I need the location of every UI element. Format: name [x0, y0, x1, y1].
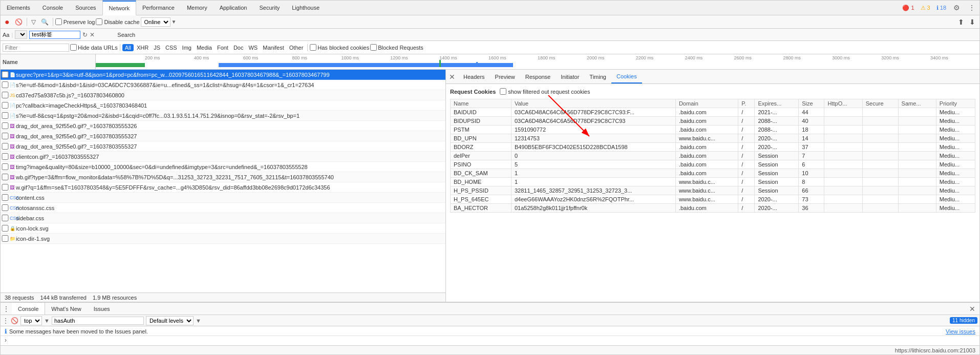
- table-row[interactable]: CSS sidebar.css: [1, 213, 445, 223]
- table-row[interactable]: 📄 s?ie=utf-8&csq=1&pstg=20&mod=2&isbd=1&…: [1, 111, 445, 121]
- cookie-row[interactable]: BA_HECTOR01a5258h2g8k011jjr1fpffnr0k.bai…: [451, 204, 975, 213]
- filter-ws[interactable]: WS: [246, 44, 260, 51]
- table-row[interactable]: 🔒 icon-lock.svg: [1, 223, 445, 234]
- detail-tab-timing[interactable]: Timing: [584, 70, 611, 83]
- row-checkbox[interactable]: [2, 102, 9, 109]
- table-row[interactable]: CSS notosanssc.css: [1, 203, 445, 213]
- col-priority[interactable]: Priority: [936, 99, 975, 108]
- table-row[interactable]: 🖼 timg?image&quality=80&size=b10000_1000…: [1, 162, 445, 172]
- search-input[interactable]: [29, 31, 80, 39]
- cookie-row[interactable]: H_PS_645ECd4eeG66WAAAYoz2HK0dnzS6R%2FQOT…: [451, 195, 975, 204]
- table-row[interactable]: 🖼 clientcon.gif?_=16037803555327: [1, 152, 445, 162]
- row-checkbox[interactable]: [2, 163, 9, 170]
- detail-tab-headers[interactable]: Headers: [458, 70, 490, 83]
- search-toggle[interactable]: 🔍: [39, 18, 51, 26]
- filter-xhr[interactable]: XHR: [135, 44, 151, 51]
- cookie-row[interactable]: PSINO5.baidu.com/Session6Mediu...: [451, 160, 975, 169]
- detail-tab-initiator[interactable]: Initiator: [556, 70, 584, 83]
- tab-application[interactable]: Application: [214, 1, 253, 15]
- cookie-row[interactable]: BAIDUID03CA6D48AC64C6A56D778DF29C8C7C93:…: [451, 108, 975, 117]
- row-checkbox[interactable]: [2, 92, 9, 98]
- blocked-requests-checkbox[interactable]: [370, 44, 377, 51]
- cookie-row[interactable]: BD_CK_SAM1.baidu.com/Session10Mediu...: [451, 169, 975, 178]
- search-clear[interactable]: ✕: [90, 31, 95, 38]
- col-domain[interactable]: Domain: [675, 99, 738, 108]
- cookie-row[interactable]: BD_HOME1www.baidu.c.../Session8Mediu...: [451, 178, 975, 186]
- more-icon[interactable]: ⋮: [964, 1, 979, 15]
- console-toolbar-dots[interactable]: ⋮: [3, 317, 9, 324]
- network-list[interactable]: 📄 sugrec?pre=1&rp=3&ie=utf-8&json=1&prod…: [1, 70, 445, 293]
- row-checkbox[interactable]: [2, 112, 9, 119]
- tab-lighthouse[interactable]: Lighthouse: [286, 1, 326, 15]
- bottom-tab-issues[interactable]: Issues: [88, 303, 116, 315]
- detail-close-button[interactable]: ✕: [446, 70, 458, 83]
- download-button[interactable]: ⬇: [967, 18, 977, 26]
- table-row[interactable]: 🖼 drag_dot_area_92f55e0.gif?_=1603780355…: [1, 131, 445, 141]
- row-checkbox[interactable]: [2, 133, 9, 139]
- table-row[interactable]: JS cd37ed75a9387c5b.js?_=16037803460800: [1, 90, 445, 100]
- row-checkbox[interactable]: [2, 81, 9, 88]
- cookie-row[interactable]: BD_UPN12314753www.baidu.c.../2020-...14M…: [451, 134, 975, 143]
- table-row[interactable]: 📄 s?ie=utf-8&mod=1&isbd=1&isid=03CA6DC7C…: [1, 80, 445, 90]
- table-row[interactable]: 🖼 drag_dot_area_92f55e0.gif?_=1603780355…: [1, 141, 445, 152]
- table-row[interactable]: 🖼 w.gif?q=1&ffm=se&T=16037803548&y=5E5FD…: [1, 182, 445, 193]
- table-row[interactable]: 🖼 wb.gif?type=3&ffm=flow_monitor&data=%5…: [1, 172, 445, 182]
- row-checkbox[interactable]: [2, 184, 9, 191]
- row-checkbox[interactable]: [2, 235, 9, 242]
- preserve-log-label[interactable]: Preserve log: [55, 18, 95, 25]
- filter-img[interactable]: Img: [180, 44, 194, 51]
- tab-console[interactable]: Console: [36, 1, 69, 15]
- col-expires[interactable]: Expires...: [755, 99, 799, 108]
- bottom-close-button[interactable]: ✕: [965, 305, 979, 313]
- upload-button[interactable]: ⬆: [956, 18, 966, 26]
- col-path[interactable]: P.: [738, 99, 755, 108]
- row-checkbox[interactable]: [2, 71, 9, 78]
- hide-data-urls-label[interactable]: Hide data URLs: [70, 44, 118, 51]
- filter-manifest[interactable]: Manifest: [261, 44, 286, 51]
- row-checkbox[interactable]: [2, 215, 9, 221]
- console-level-select[interactable]: Default levels: [146, 316, 194, 325]
- row-checkbox[interactable]: [2, 225, 9, 232]
- filter-input[interactable]: [3, 44, 69, 52]
- col-size[interactable]: Size: [799, 99, 824, 108]
- has-blocked-checkbox[interactable]: [310, 44, 316, 51]
- row-checkbox[interactable]: [2, 174, 9, 180]
- filter-media[interactable]: Media: [195, 44, 214, 51]
- cookie-row[interactable]: BDORZB490B5EBF6F3CD402E515D228BCDA1598.b…: [451, 143, 975, 152]
- console-frame-select[interactable]: top: [20, 316, 42, 325]
- tab-sources[interactable]: Sources: [69, 1, 102, 15]
- col-secure[interactable]: Secure: [862, 99, 898, 108]
- disable-cache-checkbox[interactable]: [96, 18, 102, 25]
- filter-doc[interactable]: Doc: [231, 44, 246, 51]
- detail-tab-cookies[interactable]: Cookies: [611, 70, 642, 83]
- blocked-requests-label[interactable]: Blocked Requests: [370, 44, 423, 51]
- col-name[interactable]: Name: [451, 99, 512, 108]
- col-same[interactable]: Same...: [898, 99, 936, 108]
- tab-network[interactable]: Network: [102, 1, 136, 15]
- table-row[interactable]: 📄 sugrec?pre=1&rp=3&ie=utf-8&json=1&prod…: [1, 70, 445, 80]
- filter-other[interactable]: Other: [287, 44, 306, 51]
- bottom-tab-expander[interactable]: ⋮: [1, 305, 12, 313]
- detail-tab-response[interactable]: Response: [520, 70, 556, 83]
- cookie-row[interactable]: H_PS_PSSID32811_1465_32857_32951_31253_3…: [451, 186, 975, 195]
- filter-font[interactable]: Font: [215, 44, 230, 51]
- row-checkbox[interactable]: [2, 122, 9, 129]
- bottom-tab-whats-new[interactable]: What's New: [45, 303, 87, 315]
- disable-cache-label[interactable]: Disable cache: [96, 18, 139, 25]
- row-checkbox[interactable]: [2, 194, 9, 201]
- show-filtered-checkbox[interactable]: [500, 88, 506, 95]
- filter-toggle[interactable]: ▽: [29, 18, 38, 26]
- table-row[interactable]: 📁 icon-dir-1.svg: [1, 234, 445, 244]
- view-issues-link[interactable]: View issues: [946, 328, 975, 335]
- settings-icon[interactable]: ⚙: [949, 1, 964, 15]
- table-row[interactable]: CSS content.css: [1, 193, 445, 203]
- filter-css[interactable]: CSS: [163, 44, 179, 51]
- col-httpo[interactable]: HttpO...: [824, 99, 862, 108]
- font-select[interactable]: [15, 30, 27, 39]
- console-clear-button[interactable]: 🚫: [11, 317, 18, 324]
- tab-performance[interactable]: Performance: [136, 1, 181, 15]
- col-value[interactable]: Value: [511, 99, 675, 108]
- detail-tab-preview[interactable]: Preview: [490, 70, 520, 83]
- tab-memory[interactable]: Memory: [181, 1, 214, 15]
- clear-button[interactable]: 🚫: [13, 18, 25, 26]
